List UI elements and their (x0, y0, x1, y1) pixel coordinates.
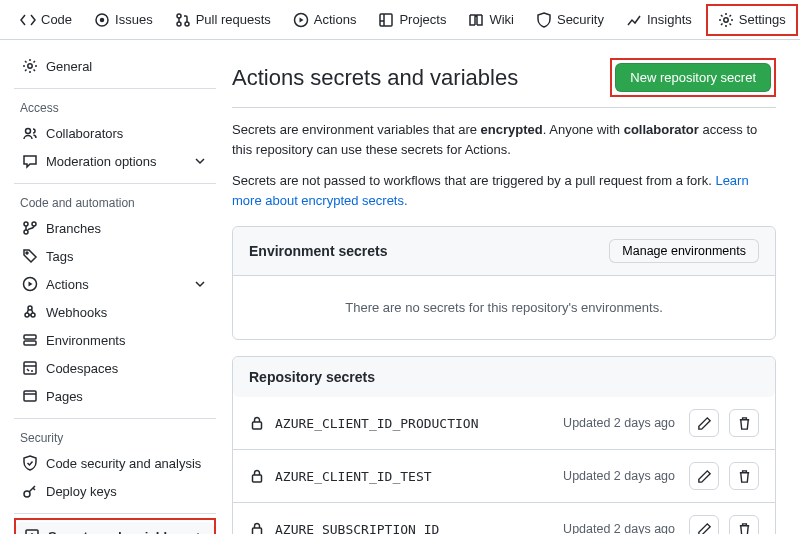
tab-projects[interactable]: Projects (370, 4, 454, 36)
tab-issues[interactable]: Issues (86, 4, 161, 36)
sidebar-item-label: Webhooks (46, 305, 107, 320)
sidebar-secrets-group-highlighted: Secrets and variables ActionsCodespacesD… (14, 518, 216, 534)
secret-row: AZURE_SUBSCRIPTION_IDUpdated 2 days ago (233, 502, 775, 534)
repository-secrets-panel: Repository secrets AZURE_CLIENT_ID_PRODU… (232, 356, 776, 534)
edit-secret-button[interactable] (689, 462, 719, 490)
sidebar-group-title: Code and automation (14, 188, 216, 214)
chevron-up-icon (190, 528, 206, 534)
gear-icon (22, 58, 38, 74)
sidebar-item-secrets-variables[interactable]: Secrets and variables (16, 522, 214, 534)
sidebar-item-actions[interactable]: Actions (14, 270, 216, 298)
secret-name: AZURE_SUBSCRIPTION_ID (275, 522, 553, 535)
tab-actions[interactable]: Actions (285, 4, 365, 36)
sidebar-item-label: Branches (46, 221, 101, 236)
code-icon (20, 12, 36, 28)
secret-name: AZURE_CLIENT_ID_TEST (275, 469, 553, 484)
environment-secrets-panel: Environment secrets Manage environments … (232, 226, 776, 340)
sidebar-item-label: Codespaces (46, 361, 118, 376)
sidebar-item-label: Pages (46, 389, 83, 404)
settings-sidebar: General AccessCollaboratorsModeration op… (0, 40, 224, 534)
play-icon (22, 276, 38, 292)
secret-updated: Updated 2 days ago (563, 522, 675, 534)
delete-secret-button[interactable] (729, 462, 759, 490)
tab-insights[interactable]: Insights (618, 4, 700, 36)
repo-tabnav: CodeIssuesPull requestsActionsProjectsWi… (0, 0, 800, 40)
tab-label: Code (41, 12, 72, 27)
sidebar-item-label: Moderation options (46, 154, 157, 169)
new-repository-secret-button[interactable]: New repository secret (615, 63, 771, 92)
manage-environments-button[interactable]: Manage environments (609, 239, 759, 263)
chevron-down-icon (192, 153, 208, 169)
pr-icon (175, 12, 191, 28)
sidebar-item-label: Secrets and variables (48, 529, 182, 535)
play-icon (293, 12, 309, 28)
sidebar-item-label: Actions (46, 277, 89, 292)
sidebar-item-code-security-and-analysis[interactable]: Code security and analysis (14, 449, 216, 477)
tab-pull-requests[interactable]: Pull requests (167, 4, 279, 36)
browser-icon (22, 388, 38, 404)
gear-icon (718, 12, 734, 28)
tab-label: Issues (115, 12, 153, 27)
sidebar-item-label: General (46, 59, 92, 74)
tab-wiki[interactable]: Wiki (460, 4, 522, 36)
secret-updated: Updated 2 days ago (563, 469, 675, 483)
sidebar-item-label: Environments (46, 333, 125, 348)
tag-icon (22, 248, 38, 264)
asterisk-icon (24, 528, 40, 534)
delete-secret-button[interactable] (729, 409, 759, 437)
shieldcheck-icon (22, 455, 38, 471)
secret-row: AZURE_CLIENT_ID_PRODUCTIONUpdated 2 days… (233, 397, 775, 449)
lock-icon (249, 521, 265, 534)
webhook-icon (22, 304, 38, 320)
sidebar-item-moderation-options[interactable]: Moderation options (14, 147, 216, 175)
page-title: Actions secrets and variables (232, 65, 518, 91)
sidebar-group-title: Security (14, 423, 216, 449)
tab-label: Insights (647, 12, 692, 27)
key-icon (22, 483, 38, 499)
graph-icon (626, 12, 642, 28)
comment-icon (22, 153, 38, 169)
tab-label: Pull requests (196, 12, 271, 27)
sidebar-item-collaborators[interactable]: Collaborators (14, 119, 216, 147)
secret-updated: Updated 2 days ago (563, 416, 675, 430)
tab-code[interactable]: Code (12, 4, 80, 36)
codespace-icon (22, 360, 38, 376)
sidebar-item-pages[interactable]: Pages (14, 382, 216, 410)
edit-secret-button[interactable] (689, 409, 719, 437)
sidebar-item-label: Deploy keys (46, 484, 117, 499)
project-icon (378, 12, 394, 28)
server-icon (22, 332, 38, 348)
secret-row: AZURE_CLIENT_ID_TESTUpdated 2 days ago (233, 449, 775, 502)
sidebar-item-label: Code security and analysis (46, 456, 201, 471)
lock-icon (249, 468, 265, 484)
new-secret-highlight: New repository secret (610, 58, 776, 97)
sidebar-item-label: Collaborators (46, 126, 123, 141)
panel-title: Environment secrets (249, 243, 388, 259)
edit-secret-button[interactable] (689, 515, 719, 534)
panel-title: Repository secrets (249, 369, 375, 385)
tab-security[interactable]: Security (528, 4, 612, 36)
sidebar-item-tags[interactable]: Tags (14, 242, 216, 270)
description-2: Secrets are not passed to workflows that… (232, 171, 776, 210)
issue-icon (94, 12, 110, 28)
tab-settings[interactable]: Settings (706, 4, 798, 36)
delete-secret-button[interactable] (729, 515, 759, 534)
lock-icon (249, 415, 265, 431)
sidebar-item-general[interactable]: General (14, 52, 216, 80)
tab-label: Actions (314, 12, 357, 27)
tab-label: Wiki (489, 12, 514, 27)
tab-label: Settings (739, 12, 786, 27)
secret-name: AZURE_CLIENT_ID_PRODUCTION (275, 416, 553, 431)
tab-label: Projects (399, 12, 446, 27)
sidebar-item-deploy-keys[interactable]: Deploy keys (14, 477, 216, 505)
main-content: Actions secrets and variables New reposi… (224, 40, 800, 534)
sidebar-item-environments[interactable]: Environments (14, 326, 216, 354)
description-1: Secrets are environment variables that a… (232, 120, 776, 159)
sidebar-item-branches[interactable]: Branches (14, 214, 216, 242)
branch-icon (22, 220, 38, 236)
sidebar-item-codespaces[interactable]: Codespaces (14, 354, 216, 382)
sidebar-item-label: Tags (46, 249, 73, 264)
sidebar-group-title: Access (14, 93, 216, 119)
sidebar-item-webhooks[interactable]: Webhooks (14, 298, 216, 326)
shield-icon (536, 12, 552, 28)
